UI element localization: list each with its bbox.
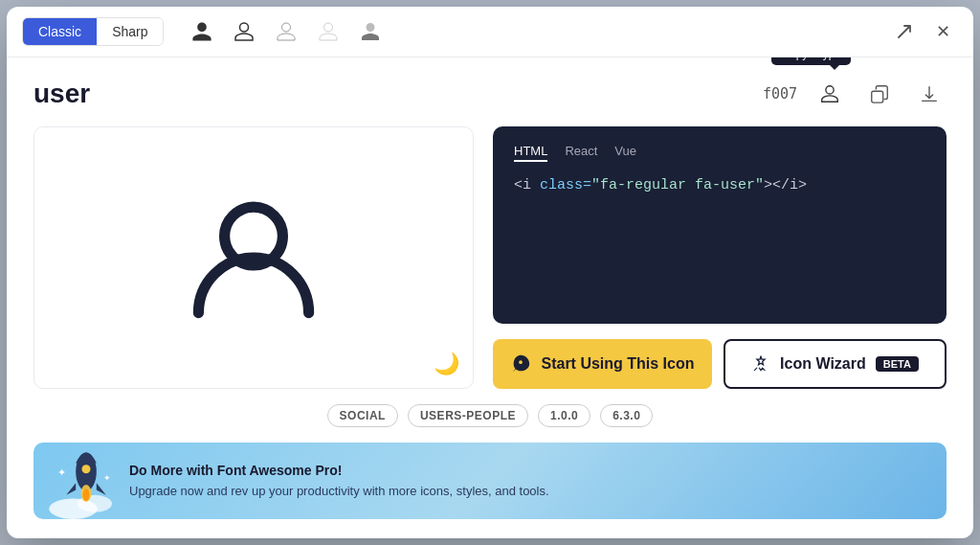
- copy-glyph-container: Copy Glyph: [813, 77, 847, 111]
- tags-row: SOCIAL USERS-PEOPLE 1.0.0 6.3.0: [33, 404, 947, 427]
- copy-code-button[interactable]: [862, 77, 897, 111]
- copy-glyph-tooltip: Copy Glyph: [771, 57, 851, 65]
- icon-actions-row: f007 Copy Glyph: [763, 77, 947, 111]
- wizard-icon: [751, 354, 770, 374]
- icon-sample-light[interactable]: [271, 16, 301, 47]
- tag-social[interactable]: SOCIAL: [327, 404, 398, 427]
- start-using-label: Start Using This Icon: [541, 355, 694, 373]
- modal-overlay: Classic Sharp: [0, 0, 980, 545]
- right-panel: HTML React Vue <i class="fa-regular fa-u…: [493, 126, 947, 389]
- svg-text:✦: ✦: [103, 473, 111, 483]
- svg-point-8: [82, 489, 89, 502]
- icon-sample-duotone[interactable]: [355, 16, 386, 47]
- start-using-button[interactable]: Start Using This Icon: [493, 339, 712, 389]
- user-icon-large: [177, 181, 330, 334]
- icon-sample-thin[interactable]: [313, 16, 344, 47]
- modal-body: user f007 Copy Glyph: [7, 57, 973, 538]
- modal-header: Classic Sharp: [7, 7, 973, 57]
- promo-rocket-illustration: ✦ ✦: [43, 433, 129, 519]
- classic-style-button[interactable]: Classic: [23, 18, 97, 45]
- icon-detail-modal: Classic Sharp: [7, 7, 973, 538]
- tab-react[interactable]: React: [565, 144, 597, 162]
- tag-version-added: 1.0.0: [538, 404, 590, 427]
- dark-mode-icon[interactable]: 🌙: [434, 352, 459, 376]
- code-block: HTML React Vue <i class="fa-regular fa-u…: [493, 126, 947, 324]
- content-row: 🌙 HTML React Vue <i class="fa-regular fa…: [33, 126, 947, 389]
- expand-button[interactable]: [889, 16, 920, 47]
- icon-wizard-button[interactable]: Icon Wizard BETA: [724, 339, 947, 389]
- download-button[interactable]: [912, 77, 947, 111]
- header-actions: ✕: [889, 16, 958, 47]
- beta-badge: BETA: [876, 356, 919, 372]
- svg-rect-0: [872, 91, 883, 102]
- rocket-icon: [510, 353, 531, 375]
- sharp-style-button[interactable]: Sharp: [97, 18, 163, 45]
- code-snippet: <i class="fa-regular fa-user"></i>: [514, 177, 925, 193]
- code-tabs: HTML React Vue: [514, 144, 925, 162]
- copy-glyph-button[interactable]: [813, 77, 847, 111]
- promo-banner[interactable]: ✦ ✦ Do More with Font Awesome Pro! Upgra…: [33, 443, 947, 519]
- icon-samples: [187, 16, 386, 47]
- wizard-label: Icon Wizard: [780, 355, 866, 373]
- tag-version-current: 6.3.0: [600, 404, 653, 427]
- icon-title: user: [33, 79, 90, 109]
- cta-buttons: Start Using This Icon Icon Wizard BETA: [493, 339, 947, 389]
- promo-title-text: Do More with Font Awesome Pro!: [129, 463, 927, 478]
- promo-body-text: Upgrade now and rev up your productivity…: [129, 484, 549, 498]
- icon-sample-regular[interactable]: [229, 16, 259, 47]
- tag-users-people[interactable]: USERS-PEOPLE: [408, 404, 528, 427]
- style-toggle: Classic Sharp: [22, 17, 164, 46]
- icon-sample-solid[interactable]: [187, 16, 217, 47]
- svg-text:✦: ✦: [57, 466, 66, 478]
- icon-title-row: user f007 Copy Glyph: [33, 77, 947, 111]
- icon-preview-box: 🌙: [33, 126, 474, 389]
- tab-vue[interactable]: Vue: [614, 144, 636, 162]
- close-button[interactable]: ✕: [927, 16, 958, 47]
- tab-html[interactable]: HTML: [514, 144, 547, 162]
- svg-point-6: [82, 465, 91, 473]
- icon-unicode: f007: [763, 85, 797, 102]
- promo-title: Do More with Font Awesome Pro! Upgrade n…: [129, 463, 927, 499]
- svg-point-2: [520, 360, 523, 364]
